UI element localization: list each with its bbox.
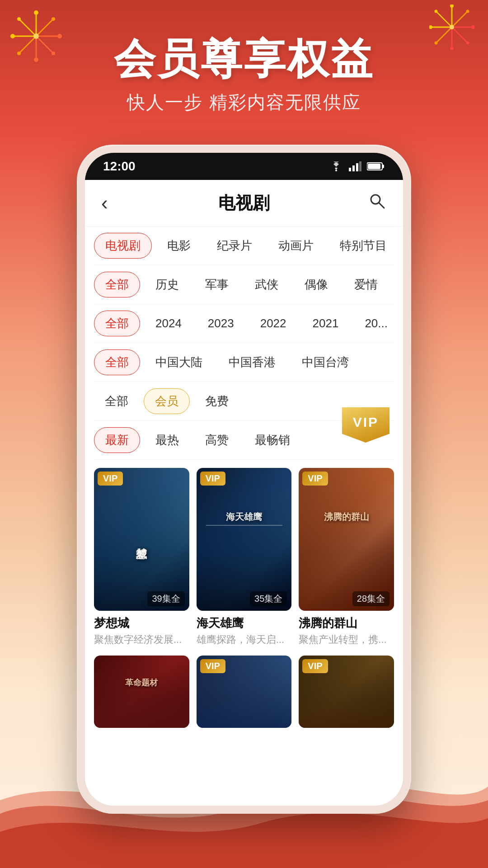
- content-item-4[interactable]: 革命题材: [94, 656, 189, 728]
- episode-count-3: 28集全: [352, 591, 389, 606]
- filter-row-year: 全部 2024 2023 2022 2021 20...: [94, 304, 394, 343]
- filter-year-2021[interactable]: 2021: [302, 312, 350, 335]
- filter-special[interactable]: 特别节目: [329, 233, 394, 258]
- content-row-2: 革命题材 VIP: [94, 656, 394, 728]
- filter-genre-military[interactable]: 军事: [194, 272, 239, 297]
- filter-genre-history[interactable]: 历史: [145, 272, 190, 297]
- filter-genre-wuxia[interactable]: 武侠: [244, 272, 289, 297]
- vip-ribbon: VIP: [342, 407, 389, 443]
- svg-point-22: [429, 25, 432, 29]
- thumb-5: VIP: [197, 656, 292, 728]
- hero-title: 会员尊享权益: [0, 36, 488, 82]
- svg-point-11: [17, 17, 21, 21]
- thumb-mengxiangcheng: 梦想城 VIP 39集全: [94, 468, 189, 611]
- content-item-feiteng[interactable]: 沸腾的群山 VIP 28集全 沸腾的群山 聚焦产业转型，携...: [299, 468, 394, 646]
- filter-sort-bestsell[interactable]: 最畅销: [244, 428, 301, 453]
- content-item-mengxiangcheng[interactable]: 梦想城 VIP 39集全 梦想城 聚焦数字经济发展...: [94, 468, 189, 646]
- search-button[interactable]: [360, 191, 387, 215]
- nav-bar: ‹ 电视剧: [85, 180, 403, 226]
- wifi-icon: [329, 161, 343, 171]
- filter-sort-hot[interactable]: 最热: [145, 428, 190, 453]
- svg-line-10: [20, 20, 36, 36]
- filter-animation[interactable]: 动画片: [267, 233, 324, 258]
- filter-row-sort: 最新 最热 高赞 最畅销 VIP: [94, 421, 394, 460]
- episode-count-1: 39集全: [147, 591, 184, 606]
- filter-region-mainland[interactable]: 中国大陆: [145, 350, 213, 375]
- filter-region-all[interactable]: 全部: [94, 349, 140, 375]
- filter-year-2023[interactable]: 2023: [197, 312, 245, 335]
- svg-line-27: [437, 12, 452, 27]
- phone-inner: 12:00: [85, 153, 403, 806]
- thumb-6: VIP: [299, 656, 394, 728]
- svg-point-33: [450, 25, 454, 29]
- search-icon: [367, 191, 387, 211]
- filter-year-2024[interactable]: 2024: [145, 312, 192, 335]
- filter-year-more[interactable]: 20...: [354, 312, 394, 335]
- svg-line-25: [452, 12, 467, 27]
- content-item-haitian[interactable]: 海天雄鹰 VIP 35集全 海天雄鹰 雄鹰探路，海天启...: [197, 468, 292, 646]
- hero-subtitle: 快人一步 精彩内容无限供应: [0, 90, 488, 115]
- filter-row-region: 全部 中国大陆 中国香港 中国台湾: [94, 343, 394, 382]
- svg-point-34: [335, 170, 337, 171]
- svg-point-1: [34, 10, 38, 15]
- nav-title: 电视剧: [218, 192, 270, 215]
- svg-point-18: [450, 5, 454, 8]
- vip-badge-3: VIP: [302, 472, 328, 486]
- svg-line-43: [379, 203, 384, 208]
- filter-year-all[interactable]: 全部: [94, 311, 140, 336]
- filter-row-genre: 全部 历史 军事 武侠 偶像 爱情: [94, 265, 394, 304]
- svg-point-20: [471, 25, 474, 29]
- back-button[interactable]: ‹: [101, 192, 128, 214]
- vip-badge-1: VIP: [98, 472, 123, 486]
- svg-rect-35: [349, 168, 351, 171]
- item-title-3: 沸腾的群山: [299, 615, 394, 631]
- filter-sort-newest[interactable]: 最新: [94, 427, 140, 453]
- filter-genre-idol[interactable]: 偶像: [294, 272, 339, 297]
- phone-mockup: 12:00: [77, 145, 411, 814]
- svg-point-26: [466, 10, 469, 13]
- svg-rect-40: [382, 165, 384, 168]
- thumb-feiteng: 沸腾的群山 VIP 28集全: [299, 468, 394, 611]
- thumb-haitian: 海天雄鹰 VIP 35集全: [197, 468, 292, 611]
- svg-line-8: [36, 20, 52, 36]
- filter-region-hk[interactable]: 中国香港: [218, 350, 286, 375]
- filter-vip-member[interactable]: 会员: [144, 388, 190, 414]
- filter-movie[interactable]: 电影: [156, 233, 202, 258]
- svg-rect-36: [352, 165, 355, 171]
- thumb-4: 革命题材: [94, 656, 189, 728]
- hero-section: 会员尊享权益 快人一步 精彩内容无限供应: [0, 36, 488, 115]
- content-row-1: 梦想城 VIP 39集全 梦想城 聚焦数字经济发展... 海天雄鹰: [94, 468, 394, 646]
- episode-count-2: 35集全: [250, 591, 287, 606]
- filter-genre-romance[interactable]: 爱情: [343, 272, 389, 297]
- filter-genre-all[interactable]: 全部: [94, 272, 140, 297]
- content-grid: 梦想城 VIP 39集全 梦想城 聚焦数字经济发展... 海天雄鹰: [85, 460, 403, 806]
- status-time: 12:00: [103, 159, 136, 174]
- svg-rect-38: [359, 161, 361, 171]
- vip-badge-5: VIP: [200, 659, 225, 673]
- filter-year-2022[interactable]: 2022: [249, 312, 297, 335]
- filter-tv-drama[interactable]: 电视剧: [94, 233, 152, 259]
- filter-row-category: 电视剧 电影 纪录片 动画片 特别节目: [94, 226, 394, 265]
- phone-shell: 12:00: [77, 145, 411, 814]
- svg-rect-37: [356, 163, 358, 171]
- item-title-2: 海天雄鹰: [197, 615, 292, 631]
- svg-point-28: [435, 10, 438, 13]
- filter-sort-liked[interactable]: 高赞: [194, 428, 239, 453]
- battery-icon: [367, 162, 385, 171]
- vip-badge-6: VIP: [302, 659, 328, 673]
- filter-region-tw[interactable]: 中国台湾: [291, 350, 360, 375]
- filter-vip-all[interactable]: 全部: [94, 389, 139, 414]
- item-desc-3: 聚焦产业转型，携...: [299, 633, 394, 646]
- filters-area: 电视剧 电影 纪录片 动画片 特别节目 全部 历史 军事 武侠 偶像 爱情: [85, 226, 403, 460]
- svg-point-9: [52, 17, 55, 21]
- filter-documentary[interactable]: 纪录片: [206, 233, 263, 258]
- content-item-6[interactable]: VIP: [299, 656, 394, 728]
- status-bar: 12:00: [85, 153, 403, 180]
- app-content: ‹ 电视剧 电视剧 电影 纪录片: [85, 180, 403, 806]
- item-desc-2: 雄鹰探路，海天启...: [197, 633, 292, 646]
- status-icons: [329, 161, 385, 171]
- content-item-5[interactable]: VIP: [197, 656, 292, 728]
- filter-vip-free[interactable]: 免费: [194, 389, 239, 414]
- item-title-1: 梦想城: [94, 615, 189, 631]
- vip-ribbon-text: VIP: [342, 407, 389, 443]
